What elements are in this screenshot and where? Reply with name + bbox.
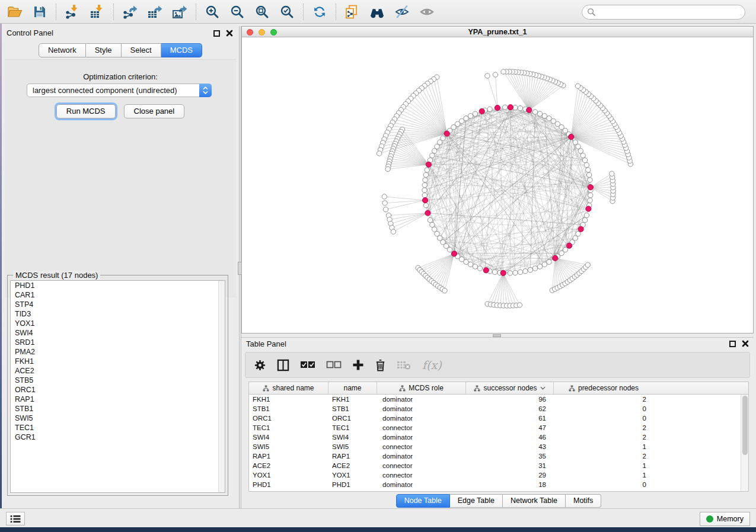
network-hub-node[interactable] bbox=[495, 105, 500, 110]
memory-button[interactable]: Memory bbox=[700, 512, 750, 526]
network-node[interactable] bbox=[430, 222, 435, 227]
cell-successors[interactable]: 96 bbox=[466, 395, 554, 404]
network-node[interactable] bbox=[588, 193, 593, 197]
cell-predecessors[interactable]: 1 bbox=[554, 461, 653, 470]
network-node[interactable] bbox=[537, 111, 542, 116]
mcds-result-item[interactable]: STB1 bbox=[11, 404, 225, 414]
cell-shared_name[interactable]: TEC1 bbox=[249, 423, 328, 432]
export-network-button[interactable] bbox=[119, 2, 141, 22]
network-node[interactable] bbox=[428, 217, 432, 222]
cell-predecessors[interactable]: 2 bbox=[554, 432, 653, 442]
network-node[interactable] bbox=[477, 266, 482, 271]
table-row[interactable]: SWI4SWI4dominator462 bbox=[249, 432, 748, 442]
cell-role[interactable]: connector bbox=[377, 423, 466, 432]
table-row[interactable]: ORC1ORC1dominator610 bbox=[249, 414, 748, 423]
network-node[interactable] bbox=[582, 158, 587, 162]
float-panel-icon[interactable] bbox=[729, 341, 736, 347]
cell-shared_name[interactable]: ORC1 bbox=[249, 414, 328, 423]
close-panel-icon[interactable] bbox=[226, 30, 233, 37]
cell-predecessors[interactable]: 1 bbox=[554, 470, 653, 480]
network-node[interactable] bbox=[493, 72, 497, 77]
network-node[interactable] bbox=[423, 178, 428, 182]
network-node[interactable] bbox=[464, 259, 468, 264]
cell-name[interactable]: SWI4 bbox=[328, 432, 377, 442]
export-image-button[interactable] bbox=[168, 2, 191, 22]
mcds-result-item[interactable]: SRD1 bbox=[11, 338, 225, 347]
network-hub-node[interactable] bbox=[569, 134, 574, 139]
network-node[interactable] bbox=[432, 227, 436, 232]
close-panel-button[interactable]: Close panel bbox=[124, 104, 185, 118]
mcds-result-list[interactable]: PHD1CAR1STP4TID3YOX1SWI4SRD1PMA2FKH1ACE2… bbox=[10, 280, 225, 493]
cell-successors[interactable]: 61 bbox=[466, 414, 554, 423]
network-node[interactable] bbox=[537, 264, 542, 269]
cell-predecessors[interactable]: 0 bbox=[554, 414, 653, 423]
network-node[interactable] bbox=[425, 168, 429, 172]
network-node[interactable] bbox=[580, 153, 585, 158]
network-node[interactable] bbox=[473, 264, 477, 269]
close-panel-icon[interactable] bbox=[742, 340, 749, 347]
mcds-list-scrollbar[interactable] bbox=[218, 281, 225, 492]
network-node[interactable] bbox=[588, 198, 592, 203]
mcds-result-item[interactable]: STB5 bbox=[11, 376, 225, 385]
tab-network-table[interactable]: Network Table bbox=[503, 494, 566, 508]
criterion-select[interactable]: largest connected component (undirected) bbox=[27, 84, 212, 97]
mcds-result-item[interactable]: TEC1 bbox=[11, 423, 225, 432]
column-header-MCDS-role[interactable]: MCDS role bbox=[377, 382, 466, 394]
cell-predecessors[interactable]: 2 bbox=[554, 423, 653, 432]
network-hub-node[interactable] bbox=[588, 185, 593, 190]
column-header-shared-name[interactable]: shared name bbox=[249, 382, 328, 394]
mcds-result-item[interactable]: ACE2 bbox=[11, 366, 225, 376]
mcds-result-item[interactable]: SWI4 bbox=[11, 328, 225, 338]
network-node[interactable] bbox=[492, 270, 497, 274]
network-node[interactable] bbox=[487, 107, 492, 111]
function-builder-button[interactable]: f(x) bbox=[422, 358, 442, 371]
network-node[interactable] bbox=[432, 149, 436, 153]
network-node[interactable] bbox=[575, 84, 580, 88]
tab-edge-table[interactable]: Edge Table bbox=[450, 494, 503, 508]
network-node[interactable] bbox=[588, 178, 592, 182]
network-node[interactable] bbox=[382, 194, 387, 199]
duplicate-network-button[interactable] bbox=[341, 2, 363, 22]
cell-successors[interactable]: 43 bbox=[466, 442, 554, 451]
network-node[interactable] bbox=[485, 73, 490, 78]
network-hub-node[interactable] bbox=[566, 243, 572, 248]
mcds-result-item[interactable]: CAR1 bbox=[11, 290, 225, 300]
tab-style[interactable]: Style bbox=[86, 43, 122, 57]
cell-shared_name[interactable]: STB1 bbox=[249, 404, 328, 414]
cell-role[interactable]: dominator bbox=[377, 404, 466, 414]
cell-shared_name[interactable]: ACE2 bbox=[249, 461, 328, 470]
cell-name[interactable]: FKH1 bbox=[328, 395, 377, 404]
search-input[interactable] bbox=[596, 7, 745, 18]
network-hub-node[interactable] bbox=[444, 131, 449, 136]
export-table-button[interactable] bbox=[143, 2, 166, 22]
network-node[interactable] bbox=[513, 105, 518, 110]
network-node[interactable] bbox=[447, 247, 452, 252]
cell-name[interactable]: RAP1 bbox=[328, 451, 377, 461]
network-node[interactable] bbox=[423, 203, 428, 208]
cell-role[interactable]: dominator bbox=[377, 451, 466, 461]
network-node[interactable] bbox=[385, 166, 390, 171]
mcds-result-item[interactable]: RAP1 bbox=[11, 395, 225, 404]
network-node[interactable] bbox=[578, 149, 583, 153]
cell-successors[interactable]: 29 bbox=[466, 470, 554, 480]
cell-name[interactable]: ORC1 bbox=[328, 414, 377, 423]
cell-successors[interactable]: 31 bbox=[466, 461, 554, 470]
network-node[interactable] bbox=[391, 229, 395, 234]
network-hub-node[interactable] bbox=[527, 107, 532, 113]
zoom-selected-button[interactable] bbox=[276, 2, 298, 22]
cell-role[interactable]: dominator bbox=[377, 432, 466, 442]
network-node[interactable] bbox=[513, 270, 518, 275]
cell-shared_name[interactable]: RAP1 bbox=[249, 451, 328, 461]
network-node[interactable] bbox=[573, 140, 578, 145]
cell-predecessors[interactable]: 1 bbox=[554, 442, 653, 451]
show-all-button[interactable] bbox=[416, 2, 438, 22]
network-node[interactable] bbox=[585, 262, 590, 267]
mcds-result-item[interactable]: TID3 bbox=[11, 309, 225, 319]
table-row[interactable]: SWI5SWI5connector431 bbox=[249, 442, 748, 451]
table-row[interactable]: FKH1FKH1dominator962 bbox=[249, 395, 748, 404]
network-node[interactable] bbox=[586, 172, 591, 177]
open-session-button[interactable] bbox=[4, 2, 26, 22]
cell-successors[interactable]: 47 bbox=[466, 423, 554, 432]
cell-predecessors[interactable]: 2 bbox=[554, 451, 653, 461]
tab-select[interactable]: Select bbox=[122, 43, 161, 57]
